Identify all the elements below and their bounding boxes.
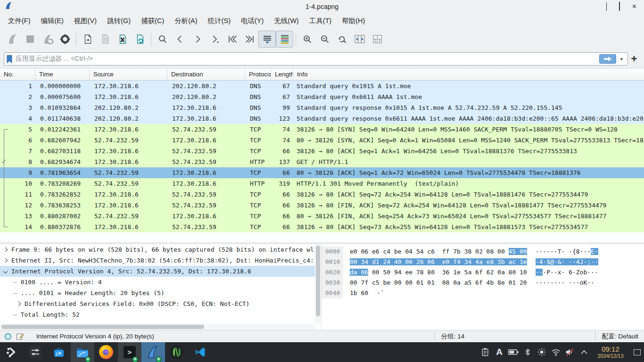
- collapse-arrow-icon[interactable]: [3, 269, 8, 274]
- hex-row-0000[interactable]: 0000e0 06 e6 c4 be 04 54 c6 ff 7b 38 02 …: [322, 247, 644, 257]
- show-desktop-button[interactable]: [630, 342, 644, 362]
- last-packet-button[interactable]: [241, 31, 258, 48]
- hex-dump-pane[interactable]: 0000e0 06 e6 c4 be 04 54 c6 ff 7b 38 02 …: [322, 244, 644, 330]
- resize-columns-button[interactable]: [351, 31, 368, 48]
- packet-row-3[interactable]: 30.010932864202.120.80.2172.30.218.6DNS9…: [0, 102, 644, 113]
- detail-row-3[interactable]: — 0100 .... = Version: 4: [0, 277, 321, 288]
- scrollbar-thumb[interactable]: [316, 246, 320, 316]
- find-packet-button[interactable]: [154, 31, 171, 48]
- packet-row-2[interactable]: 20.000075600172.30.218.6202.120.80.2DNS6…: [0, 91, 644, 102]
- colorize-button[interactable]: [276, 31, 293, 48]
- taskbar-item-file-manager[interactable]: +: [71, 342, 94, 362]
- app-launcher-button[interactable]: [0, 342, 24, 362]
- zoom-in-button[interactable]: [298, 31, 316, 48]
- tray-expand-icon[interactable]: [577, 342, 591, 362]
- detail-row-5[interactable]: Differentiated Services Field: 0x00 (DSC…: [0, 298, 321, 309]
- packet-row-13[interactable]: 130.88028700252.74.232.59172.30.218.6TCP…: [0, 211, 644, 222]
- column-header-protocol[interactable]: Protocol: [245, 68, 271, 80]
- menu-item-6[interactable]: 统计(S): [203, 14, 236, 28]
- menu-item-7[interactable]: 电话(Y): [236, 14, 269, 28]
- details-vertical-scrollbar[interactable]: [315, 244, 321, 323]
- zoom-out-button[interactable]: [316, 31, 333, 48]
- apply-filter-button[interactable]: [599, 54, 616, 64]
- maximize-button[interactable]: [619, 2, 620, 11]
- column-header-time[interactable]: Time: [35, 68, 90, 80]
- taskbar-item-system-settings[interactable]: [24, 342, 47, 362]
- menu-item-5[interactable]: 分析(A): [169, 14, 202, 28]
- packet-row-6[interactable]: 60.68260794252.74.232.59172.30.218.6TCP7…: [0, 135, 644, 146]
- display-filter-input[interactable]: 应用显示过滤器 ... <Ctrl-/> ▾: [4, 52, 628, 66]
- open-file-button[interactable]: [79, 31, 96, 48]
- expert-info-icon[interactable]: [5, 333, 11, 340]
- tray-bluetooth-icon[interactable]: [520, 342, 535, 362]
- details-horizontal-scrollbar[interactable]: [0, 324, 315, 330]
- packet-row-8[interactable]: 80.682934674172.30.218.652.74.232.59HTTP…: [0, 156, 644, 167]
- tray-clipboard-icon[interactable]: [478, 342, 492, 362]
- go-to-packet-button[interactable]: [206, 31, 223, 48]
- hex-row-0040[interactable]: 00401b 60·`: [322, 288, 644, 298]
- taskbar-item-neovim[interactable]: [165, 342, 189, 362]
- close-button[interactable]: ×: [632, 3, 636, 10]
- menu-item-3[interactable]: 跳转(G): [102, 14, 136, 28]
- menu-item-9[interactable]: 工具(T): [304, 14, 337, 28]
- taskbar-item-wireshark[interactable]: +: [141, 342, 165, 362]
- packet-row-11[interactable]: 110.783262852172.30.218.652.74.232.59TCP…: [0, 189, 644, 200]
- tray-input-method-icon[interactable]: A: [492, 342, 506, 362]
- column-header-length[interactable]: Length: [271, 68, 293, 80]
- start-capture-button[interactable]: [4, 31, 21, 48]
- column-header-destination[interactable]: Destination: [167, 68, 245, 80]
- add-filter-button[interactable]: +: [628, 53, 640, 65]
- profile-label[interactable]: 配置: Default: [595, 332, 644, 341]
- save-file-button[interactable]: [96, 31, 114, 48]
- taskbar-item-vscode[interactable]: [189, 342, 212, 362]
- packet-row-7[interactable]: 70.682703118172.30.218.652.74.232.59TCP6…: [0, 146, 644, 156]
- menu-item-1[interactable]: 编辑(E): [36, 14, 69, 28]
- packet-row-5[interactable]: 50.012242361172.30.218.652.74.232.59TCP7…: [0, 124, 644, 135]
- hex-row-0010[interactable]: 001000 34 d1 24 40 00 26 06 e0 f4 34 4a …: [322, 257, 644, 267]
- tray-brightness-icon[interactable]: [535, 342, 549, 362]
- number-columns-button[interactable]: 123: [368, 31, 386, 48]
- go-back-button[interactable]: [171, 31, 189, 48]
- detail-row-6[interactable]: — Total Length: 52: [0, 309, 321, 320]
- detail-row-0[interactable]: Frame 9: 66 bytes on wire (528 bits), 66…: [0, 244, 321, 255]
- first-packet-button[interactable]: [223, 31, 241, 48]
- expand-arrow-icon[interactable]: [3, 258, 8, 263]
- column-header-info[interactable]: Info: [293, 68, 644, 80]
- packet-row-12[interactable]: 120.783638253172.30.218.652.74.232.59TCP…: [0, 200, 644, 211]
- detail-row-4[interactable]: — .... 0101 = Header Length: 20 bytes (5…: [0, 288, 321, 298]
- hex-row-0030[interactable]: 003000 7f c5 be 00 00 01 01 08 0a a5 6f …: [322, 278, 644, 288]
- scrollbar-thumb[interactable]: [1, 325, 204, 329]
- taskbar-item-terminal[interactable]: > +: [118, 342, 141, 362]
- minimize-button[interactable]: [606, 2, 607, 11]
- clock[interactable]: 09:12 2024/12/13: [593, 345, 628, 359]
- go-forward-button[interactable]: [189, 31, 206, 48]
- taskbar-item-firefox[interactable]: [94, 342, 118, 362]
- taskbar-item-discover[interactable]: [47, 342, 71, 362]
- restart-capture-button[interactable]: [39, 31, 56, 48]
- menu-item-8[interactable]: 无线(W): [269, 14, 304, 28]
- tray-battery-icon[interactable]: [506, 342, 520, 362]
- stop-capture-button[interactable]: [21, 31, 39, 48]
- packet-row-9[interactable]: 90.78196365452.74.232.59172.30.218.6TCP6…: [0, 167, 644, 178]
- packet-row-4[interactable]: 40.011740638202.120.80.2172.30.218.6DNS1…: [0, 113, 644, 124]
- packet-row-1[interactable]: 10.000000000172.30.218.6202.120.80.2DNS6…: [0, 81, 644, 91]
- reload-file-button[interactable]: [131, 31, 149, 48]
- zoom-reset-button[interactable]: [333, 31, 351, 48]
- packet-row-14[interactable]: 140.880372876172.30.218.652.74.232.59TCP…: [0, 222, 644, 232]
- detail-row-1[interactable]: Ethernet II, Src: NewH3CTechno_7b:38:02 …: [0, 255, 321, 266]
- menu-item-4[interactable]: 捕获(C): [136, 14, 169, 28]
- menu-item-0[interactable]: 文件(F): [3, 14, 36, 28]
- tray-wifi-icon[interactable]: [549, 342, 563, 362]
- menu-item-2[interactable]: 视图(V): [69, 14, 102, 28]
- bookmark-icon[interactable]: [6, 55, 13, 64]
- column-header-no[interactable]: No.: [0, 68, 35, 80]
- hex-row-0020[interactable]: 0020da 06 00 50 94 ee 78 80 36 1e 5a 6f …: [322, 267, 644, 278]
- expand-arrow-icon[interactable]: [3, 247, 8, 252]
- menu-item-10[interactable]: 帮助(H): [337, 14, 370, 28]
- filter-dropdown-caret[interactable]: ▾: [620, 56, 623, 62]
- detail-row-2[interactable]: Internet Protocol Version 4, Src: 52.74.…: [0, 266, 321, 277]
- close-file-button[interactable]: [114, 31, 131, 48]
- column-header-source[interactable]: Source: [90, 68, 167, 80]
- expand-arrow-icon[interactable]: [17, 302, 21, 306]
- packet-row-10[interactable]: 100.78320826952.74.232.59172.30.218.6HTT…: [0, 178, 644, 189]
